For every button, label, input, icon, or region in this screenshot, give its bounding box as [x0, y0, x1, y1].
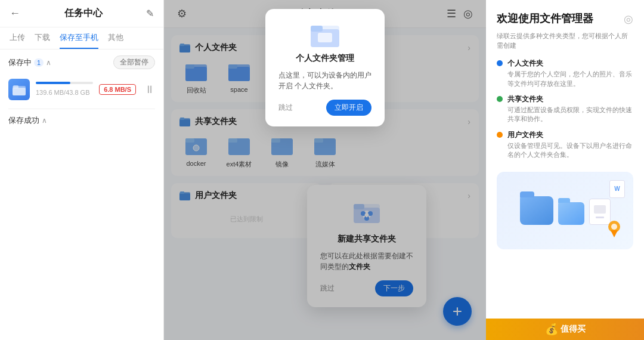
- feature-shared-label: 共享文件夹: [507, 94, 633, 104]
- popup-personal-title: 个人文件夹管理: [278, 53, 371, 64]
- popup-personal-icon: [309, 21, 340, 47]
- edit-button[interactable]: ✎: [146, 8, 154, 19]
- popup-overlay-1: 个人文件夹管理 点这里，可以为设备内的用户开启 个人文件夹。 跳过 立即开启: [164, 0, 486, 340]
- feature-shared-text: 共享文件夹 可通过配置设备成员权限，实现文件的快速共享和协作。: [507, 94, 633, 124]
- feature-user-text: 用户文件夹 仅设备管理员可见。设备下以用户名进行命名的个人文件夹合集。: [507, 130, 633, 160]
- feature-shared-desc: 可通过配置设备成员权限，实现文件的快速共享和协作。: [507, 106, 633, 124]
- speed-badge: 6.8 MB/S: [99, 84, 136, 95]
- file-folder-icon: [8, 79, 30, 100]
- success-section-header: 保存成功 ∧: [8, 115, 155, 126]
- feature-personal-label: 个人文件夹: [507, 58, 633, 69]
- feature-dot-user: [497, 132, 503, 138]
- feature-user-label: 用户文件夹: [507, 130, 633, 140]
- feature-user-desc: 仅设备管理员可见。设备下以用户名进行命名的个人文件夹合集。: [507, 141, 633, 160]
- tab-download[interactable]: 下载: [35, 32, 50, 49]
- feature-dot-shared: [497, 96, 503, 102]
- tab-other[interactable]: 其他: [108, 32, 123, 49]
- left-panel: ← 任务中心 ✎ 上传 下载 保存至手机 其他 保存中 1 ∧ 全部暂停: [0, 0, 164, 340]
- svg-rect-1: [13, 88, 26, 95]
- illustration-folders: [520, 196, 611, 225]
- popup-personal-actions: 跳过 立即开启: [278, 100, 371, 116]
- task-center-title: 任务中心: [64, 7, 103, 20]
- success-chevron-icon[interactable]: ∧: [42, 116, 47, 125]
- saving-chevron-icon[interactable]: ∧: [46, 58, 51, 67]
- svg-rect-40: [318, 33, 332, 42]
- svg-marker-53: [611, 230, 618, 237]
- file-item: 139.6 MB/43.8 GB 6.8 MB/S ⏸: [8, 74, 155, 105]
- right-header: 欢迎使用文件管理器 ◎: [497, 12, 633, 26]
- feature-user: 用户文件夹 仅设备管理员可见。设备下以用户名进行命名的个人文件夹合集。: [497, 130, 633, 160]
- right-subtitle: 绿联云提供多种文件夹类型，您可根据个人所需创建: [497, 32, 633, 50]
- right-panel: 欢迎使用文件管理器 ◎ 绿联云提供多种文件夹类型，您可根据个人所需创建 个人文件…: [486, 0, 644, 340]
- file-size-label: 139.6 MB/43.8 GB: [36, 89, 90, 96]
- watermark-text: 值得买: [561, 324, 586, 335]
- progress-bar-bg: [36, 82, 93, 84]
- saving-count-badge: 1: [34, 58, 44, 67]
- watermark-icon: 💰: [545, 323, 558, 336]
- watermark-bar: 💰 值得买: [486, 319, 644, 340]
- right-target-icon[interactable]: ◎: [624, 13, 633, 26]
- back-button[interactable]: ←: [10, 7, 20, 20]
- svg-point-52: [611, 224, 617, 230]
- progress-bar: [36, 82, 70, 84]
- left-header: ← 任务中心 ✎: [0, 0, 163, 27]
- file-info: 139.6 MB/43.8 GB: [36, 82, 93, 97]
- success-section: 保存成功 ∧: [0, 109, 163, 134]
- middle-panel: ⚙ 全部文件 ☰ ◎ 个人文件夹 ›: [164, 0, 486, 340]
- pause-all-button[interactable]: 全部暂停: [113, 55, 155, 69]
- success-title: 保存成功 ∧: [8, 115, 47, 126]
- feature-personal: 个人文件夹 专属于您的个人空间，您个人的照片、音乐等文件均可存放在这里。: [497, 58, 633, 88]
- popup-personal-skip[interactable]: 跳过: [278, 103, 293, 113]
- right-title: 欢迎使用文件管理器: [497, 12, 593, 26]
- illus-doc-icon: W: [609, 180, 625, 198]
- left-tabs: 上传 下载 保存至手机 其他: [0, 27, 163, 50]
- tab-save-to-phone[interactable]: 保存至手机: [60, 32, 98, 49]
- illus-folder-big: [520, 196, 553, 225]
- illus-pin-area: [605, 220, 624, 241]
- illus-folder-mid: [558, 202, 584, 225]
- map-pin-icon: [605, 220, 624, 239]
- popup-personal-folder: 个人文件夹管理 点这里，可以为设备内的用户开启 个人文件夹。 跳过 立即开启: [265, 9, 385, 126]
- feature-shared: 共享文件夹 可通过配置设备成员权限，实现文件的快速共享和协作。: [497, 94, 633, 124]
- feature-dot-personal: [497, 60, 503, 66]
- svg-rect-2: [13, 85, 18, 88]
- popup-personal-confirm[interactable]: 立即开启: [326, 100, 371, 116]
- saving-section: 保存中 1 ∧ 全部暂停 139.6 MB/43.8 GB 6.8 MB/S: [0, 50, 163, 109]
- pause-button[interactable]: ⏸: [144, 84, 155, 96]
- feature-personal-desc: 专属于您的个人空间，您个人的照片、音乐等文件均可存放在这里。: [507, 70, 633, 88]
- tab-upload[interactable]: 上传: [10, 32, 25, 49]
- feature-personal-text: 个人文件夹 专属于您的个人空间，您个人的照片、音乐等文件均可存放在这里。: [507, 58, 633, 88]
- svg-rect-39: [311, 26, 323, 32]
- saving-title: 保存中 1 ∧: [8, 57, 51, 68]
- popup-personal-desc: 点这里，可以为设备内的用户开启 个人文件夹。: [278, 70, 371, 91]
- illustration-area: W: [497, 172, 633, 249]
- saving-section-header: 保存中 1 ∧ 全部暂停: [8, 55, 155, 69]
